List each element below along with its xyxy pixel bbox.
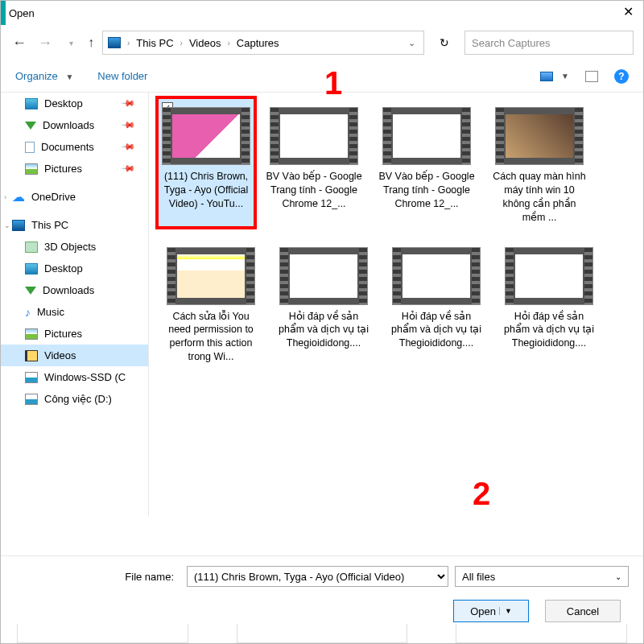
cancel-button[interactable]: Cancel [545, 600, 621, 622]
file-label: BV Vào bếp - Google Trang tính - Google … [376, 170, 477, 211]
file-item[interactable]: Cách sửa lỗi You need permission to perf… [160, 241, 262, 365]
pin-icon: 📌 [120, 161, 135, 176]
disk-icon [25, 394, 38, 405]
video-thumbnail [495, 107, 584, 165]
sidebar-item-pictures2[interactable]: Pictures [1, 323, 148, 345]
window-title: Open [9, 7, 35, 19]
chevron-down-icon: ⌄ [615, 572, 621, 581]
video-thumbnail [167, 247, 255, 305]
chevron-down-icon: ▼ [65, 72, 73, 81]
app-stripe [1, 1, 6, 25]
sidebar-label: Desktop [44, 97, 83, 109]
sidebar-label: Downloads [43, 284, 94, 296]
up-icon[interactable]: ↑ [88, 35, 94, 50]
chevron-right-icon: › [224, 39, 233, 47]
nav-row: ← → ▾ ↑ › This PC › Videos › Captures ⌄ … [1, 25, 643, 60]
3d-icon [25, 242, 38, 253]
file-label: Hỏi đáp về sản phẩm và dịch vụ tại Thegi… [386, 310, 487, 351]
file-label: BV Vào bếp - Google Trang tính - Google … [263, 170, 365, 211]
chevron-right-icon: › [124, 39, 133, 47]
breadcrumb-l1[interactable]: Videos [189, 37, 221, 49]
sidebar-label: 3D Objects [44, 241, 96, 253]
open-button[interactable]: Open ▼ [453, 600, 529, 622]
sidebar-item-desktop2[interactable]: Desktop [1, 258, 148, 279]
video-thumbnail [162, 107, 250, 165]
sidebar-item-onedrive[interactable]: ›☁OneDrive [1, 186, 148, 208]
file-item[interactable]: Hỏi đáp về sản phẩm và dịch vụ tại Thegi… [498, 241, 600, 365]
file-item[interactable]: Hỏi đáp về sản phẩm và dịch vụ tại Thegi… [273, 241, 374, 365]
file-label: Cách quay màn hình máy tính win 10 không… [489, 170, 590, 225]
annotation-1: 1 [324, 65, 342, 101]
video-thumbnail [270, 107, 358, 165]
sidebar-label: Windows-SSD (C [44, 371, 126, 383]
open-dialog: Open ✕ ← → ▾ ↑ › This PC › Videos › Capt… [0, 0, 644, 644]
sidebar-label: Công việc (D:) [44, 393, 112, 405]
chevron-down-icon[interactable]: ⌄ [408, 38, 419, 48]
breadcrumb-root[interactable]: This PC [136, 37, 173, 49]
file-item[interactable]: Cách quay màn hình máy tính win 10 không… [489, 101, 590, 225]
pane-icon [585, 71, 598, 82]
chevron-right-icon: › [177, 39, 186, 47]
sidebar-item-desktop[interactable]: Desktop📌 [1, 93, 148, 114]
file-item-selected[interactable]: ✓ (111) Chris Brown, Tyga - Ayo (Officia… [155, 96, 257, 229]
preview-pane-button[interactable] [585, 71, 598, 82]
chevron-down-icon: ▼ [561, 72, 569, 80]
breadcrumb-l2[interactable]: Captures [237, 37, 279, 49]
background-cards [17, 624, 627, 643]
sidebar-label: Pictures [44, 328, 82, 340]
breadcrumb[interactable]: › This PC › Videos › Captures ⌄ [102, 31, 424, 55]
sidebar-label: Pictures [44, 163, 82, 175]
music-icon: ♪ [25, 308, 31, 316]
document-icon [25, 142, 35, 153]
file-filter-dropdown[interactable]: All files ⌄ [455, 566, 629, 587]
back-icon[interactable]: ← [10, 35, 28, 52]
file-item[interactable]: BV Vào bếp - Google Trang tính - Google … [376, 101, 477, 225]
download-icon [25, 287, 36, 295]
help-icon[interactable]: ? [614, 69, 629, 84]
forward-icon[interactable]: → [36, 35, 54, 52]
sidebar-label: Documents [41, 141, 94, 153]
refresh-icon[interactable]: ↻ [432, 36, 456, 49]
sidebar-item-thispc[interactable]: ⌄This PC [1, 214, 148, 236]
recent-icon[interactable]: ▾ [62, 39, 80, 47]
search-input[interactable]: Search Captures [464, 31, 634, 55]
file-grid: ✓ (111) Chris Brown, Tyga - Ayo (Officia… [149, 93, 643, 516]
sidebar-label: Videos [44, 349, 76, 361]
annotation-2: 2 [473, 476, 490, 512]
new-folder-button[interactable]: New folder [97, 70, 147, 82]
cloud-icon: ☁ [12, 193, 25, 201]
sidebar-label: This PC [31, 219, 68, 231]
sidebar-item-downloads[interactable]: Downloads📌 [1, 114, 148, 136]
sidebar-item-documents[interactable]: Documents📌 [1, 136, 148, 158]
desktop-icon [25, 263, 38, 275]
pin-icon: 📌 [120, 118, 135, 133]
filter-label: All files [462, 571, 495, 583]
file-label: Hỏi đáp về sản phẩm và dịch vụ tại Thegi… [273, 310, 374, 351]
sidebar-item-downloads2[interactable]: Downloads [1, 279, 148, 301]
sidebar-item-windows-ssd[interactable]: Windows-SSD (C [1, 366, 148, 388]
file-label: (111) Chris Brown, Tyga - Ayo (Official … [160, 170, 252, 211]
pc-icon [108, 37, 121, 48]
file-label: Cách sửa lỗi You need permission to perf… [160, 310, 262, 365]
sidebar-item-music[interactable]: ♪Music [1, 301, 148, 323]
sidebar-item-congviec[interactable]: Công việc (D:) [1, 388, 148, 410]
sidebar-label: Music [37, 306, 64, 318]
thumbnail-icon [540, 72, 553, 81]
video-thumbnail [382, 107, 471, 165]
filename-input[interactable]: (111) Chris Brown, Tyga - Ayo (Official … [187, 566, 448, 587]
sidebar-item-3dobjects[interactable]: 3D Objects [1, 236, 148, 258]
pictures-icon [25, 163, 38, 175]
organize-button[interactable]: Organize ▼ [15, 70, 73, 82]
chevron-right-icon: › [4, 193, 6, 201]
file-item[interactable]: Hỏi đáp về sản phẩm và dịch vụ tại Thegi… [386, 241, 487, 365]
disk-icon [25, 372, 38, 383]
video-thumbnail [505, 247, 593, 305]
view-mode-button[interactable]: ▼ [540, 72, 569, 81]
filename-label: File name: [15, 571, 180, 583]
close-icon[interactable]: ✕ [623, 4, 634, 19]
sidebar-item-videos[interactable]: Videos [1, 345, 148, 366]
video-thumbnail [279, 247, 368, 305]
sidebar-item-pictures[interactable]: Pictures📌 [1, 158, 148, 180]
file-item[interactable]: BV Vào bếp - Google Trang tính - Google … [263, 101, 365, 225]
sidebar-label: Desktop [44, 262, 83, 275]
